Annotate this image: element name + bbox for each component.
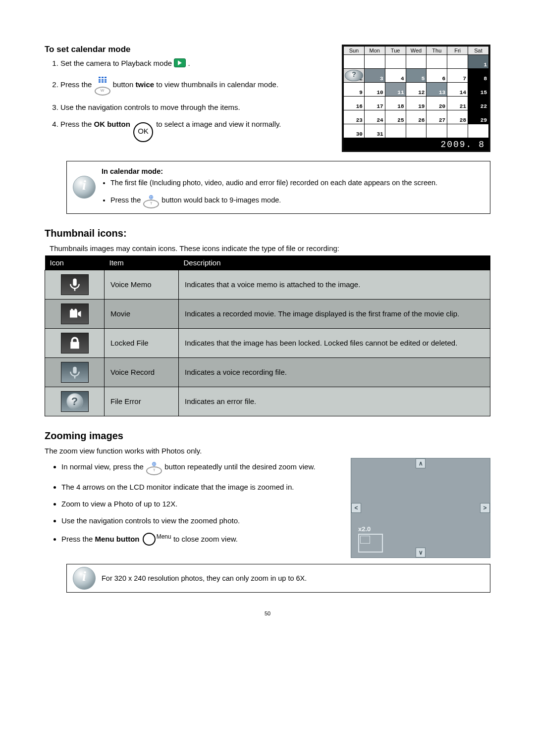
zoom-bullet: The 4 arrows on the LCD monitor indicate…: [61, 482, 341, 492]
voice-memo-icon: [61, 274, 89, 295]
calendar-cell: 31: [364, 124, 385, 138]
calendar-cell: 11: [385, 83, 406, 97]
calendar-cell: 3: [364, 69, 385, 83]
table-row: Voice Record Indicates a voice recording…: [45, 357, 490, 387]
calendar-cell: 10: [364, 83, 385, 97]
thumbnail-icons-table: Icon Item Description Voice Memo Indicat…: [45, 255, 490, 416]
calendar-cell: 17: [364, 97, 385, 110]
voice-record-icon: [61, 362, 89, 383]
calendar-cell: 28: [447, 110, 468, 124]
calendar-cell: 25: [385, 110, 406, 124]
calendar-steps-list: Set the camera to Playback mode . Press …: [45, 58, 332, 142]
calendar-cell: 7: [447, 69, 468, 83]
zoom-ratio: x2.0: [358, 525, 371, 533]
calendar-cell: [344, 55, 365, 69]
thumbnail-button-icon: W: [94, 75, 111, 95]
zoom-bullet: Use the navigation controls to view the …: [61, 516, 341, 526]
calendar-cell: 15: [468, 83, 489, 97]
zoom-button-icon: ⊕T: [146, 460, 162, 475]
th-item: Item: [105, 255, 179, 270]
zoom-intro: The zoom view function works with Photos…: [45, 447, 490, 455]
calendar-cell: [406, 55, 427, 69]
zoom-bullet: In normal view, press the ⊕T button repe…: [61, 460, 341, 475]
calendar-cell: 20: [427, 97, 447, 110]
calendar-screenshot: SunMonTueWedThuFriSat1?23456789101112131…: [342, 45, 490, 152]
th-desc: Description: [179, 255, 490, 270]
step-1: Set the camera to Playback mode .: [60, 58, 332, 68]
calendar-day-header: Fri: [447, 47, 468, 55]
table-row: ? File Error Indicates an error file.: [45, 387, 490, 416]
calendar-cell: 19: [406, 97, 427, 110]
calendar-cell: 30: [344, 124, 365, 138]
calendar-cell: 26: [406, 110, 427, 124]
calendar-cell: 18: [385, 97, 406, 110]
zoom-bullet: Press the Menu button Menu to close zoom…: [61, 533, 341, 546]
manual-page: To set calendar mode Set the camera to P…: [0, 0, 535, 636]
calendar-cell: [406, 124, 427, 138]
calendar-day-header: Sun: [344, 47, 365, 55]
zoom-bullet: Zoom to view a Photo of up to 12X.: [61, 499, 341, 509]
calendar-cell: 21: [447, 97, 468, 110]
th-icon: Icon: [45, 255, 105, 270]
infobox-item: Press the ⊕T button would back to 9-imag…: [110, 193, 483, 208]
calendar-cell: 5: [406, 69, 427, 83]
calendar-cell: 6: [427, 69, 447, 83]
info-box-calendar: In calendar mode: The first file (Includ…: [66, 161, 490, 214]
zoom-minimap: [358, 534, 383, 553]
calendar-cell: 24: [364, 110, 385, 124]
table-row: Locked File Indicates that the image has…: [45, 328, 490, 357]
arrow-up-icon: ∧: [416, 458, 426, 468]
calendar-cell: [468, 124, 489, 138]
page-number: 50: [45, 610, 490, 616]
zoom-bullets: In normal view, press the ⊕T button repe…: [45, 460, 341, 546]
calendar-day-header: Thu: [427, 47, 447, 55]
calendar-day-header: Tue: [385, 47, 406, 55]
table-row: Voice Memo Indicates that a voice memo i…: [45, 270, 490, 299]
calendar-cell: 16: [344, 97, 365, 110]
infobox-item: The first file (Including photo, video, …: [110, 178, 483, 188]
infobox-heading: In calendar mode:: [102, 167, 483, 175]
step-3: Use the navigation controls to move thro…: [60, 102, 332, 112]
calendar-cell: 23: [344, 110, 365, 124]
calendar-day-header: Sat: [468, 47, 489, 55]
ok-button-icon: OK: [133, 122, 153, 142]
svg-point-0: [70, 308, 72, 310]
section-heading-zooming: Zooming images: [45, 430, 490, 442]
calendar-cell: 9: [344, 83, 365, 97]
thumbnail-intro: Thumbnails images may contain icons. The…: [50, 244, 490, 252]
movie-icon: [61, 303, 89, 324]
step-4: Press the OK button OK to select a image…: [60, 119, 332, 142]
step-2: Press the W button twice to view thumbna…: [60, 75, 332, 95]
calendar-cell: [385, 55, 406, 69]
calendar-date-footer: 2009. 8: [343, 138, 489, 151]
calendar-cell: 13: [427, 83, 447, 97]
arrow-down-icon: ∨: [416, 548, 426, 557]
calendar-day-header: Mon: [364, 47, 385, 55]
section-heading-thumbnail-icons: Thumbnail icons:: [45, 228, 490, 239]
info-box-zoom: For 320 x 240 resolution photos, they ca…: [66, 564, 490, 593]
zoom-screenshot: ∧ ∨ < > x2.0: [351, 458, 490, 558]
section-heading-calendar: To set calendar mode: [45, 45, 332, 54]
info-icon: [73, 176, 96, 199]
calendar-cell: 14: [447, 83, 468, 97]
infobox-text: For 320 x 240 resolution photos, they ca…: [102, 574, 307, 582]
calendar-cell: 27: [427, 110, 447, 124]
calendar-cell: [427, 55, 447, 69]
locked-file-icon: [61, 333, 89, 353]
info-icon: [73, 567, 96, 590]
calendar-cell: ?2: [344, 69, 365, 83]
arrow-right-icon: >: [480, 503, 490, 513]
calendar-cell: [447, 124, 468, 138]
arrow-left-icon: <: [351, 503, 361, 513]
calendar-cell: 4: [385, 69, 406, 83]
playback-icon: [174, 58, 186, 67]
file-error-icon: ?: [61, 391, 89, 412]
calendar-cell: 8: [468, 69, 489, 83]
menu-button-icon: [143, 533, 156, 546]
calendar-cell: [447, 55, 468, 69]
calendar-day-header: Wed: [406, 47, 427, 55]
calendar-cell: 22: [468, 97, 489, 110]
svg-point-1: [74, 308, 76, 310]
calendar-cell: 1: [468, 55, 489, 69]
calendar-cell: [427, 124, 447, 138]
